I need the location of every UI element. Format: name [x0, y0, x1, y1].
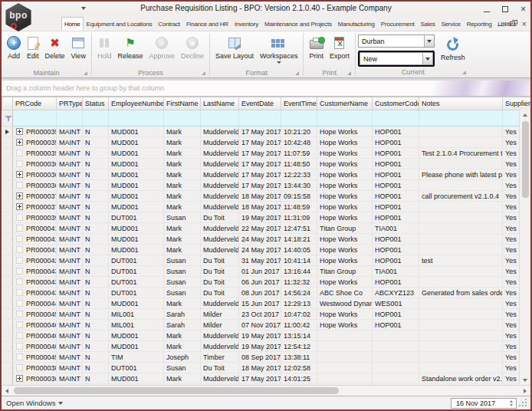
cell-time[interactable]: 13:38:11	[281, 352, 317, 363]
cell-customer[interactable]: Westwood Dynamic	[317, 298, 373, 309]
expand-icon[interactable]	[16, 257, 23, 264]
cell-date[interactable]: 17 May 2017	[239, 169, 281, 180]
cell-notes[interactable]	[419, 341, 503, 352]
cell-prcode[interactable]: PR0000434	[13, 277, 57, 288]
cell-last[interactable]: Du Toit	[201, 277, 239, 288]
cell-date[interactable]: 19 May 2017	[239, 341, 281, 352]
cell-emp[interactable]: MUD001	[109, 191, 164, 202]
cell-prcode[interactable]: PR0000450	[13, 352, 57, 363]
chevron-down-icon[interactable]	[422, 53, 432, 64]
cell-status[interactable]: N	[83, 309, 109, 320]
date-field[interactable]: 16 Nov 2017	[451, 398, 517, 409]
cell-first[interactable]: Susan	[164, 363, 201, 373]
cell-first[interactable]: Susan	[164, 212, 201, 223]
table-row[interactable]: PR0000430MAINTNDUT001SusanDu Toit01 Jun …	[2, 266, 531, 277]
cell-time[interactable]: 13:44:30	[281, 180, 317, 191]
cell-code[interactable]: HOP001	[373, 320, 419, 330]
cell-prcode[interactable]: PR0000439	[13, 288, 57, 298]
cell-customer[interactable]: Hope Works	[317, 169, 373, 180]
cell-code[interactable]: HOP001	[373, 137, 419, 148]
cell-prtype[interactable]: MAINT	[57, 288, 83, 298]
cell-first[interactable]: Susan	[164, 288, 201, 298]
vertical-scroll-thumb[interactable]	[522, 121, 529, 198]
expand-icon[interactable]	[16, 203, 23, 210]
cell-last[interactable]: Mudderveld	[201, 137, 239, 148]
table-row[interactable]: PR0000364MAINTNMUD001MarkMudderveld17 Ma…	[2, 373, 531, 384]
cell-time[interactable]: 14:01:25	[281, 373, 317, 384]
cell-first[interactable]: Mark	[164, 234, 201, 245]
cell-date[interactable]: 24 May 2017	[239, 234, 281, 245]
cell-prcode[interactable]: PR0000374	[13, 191, 57, 202]
cell-notes[interactable]	[419, 298, 503, 309]
cell-status[interactable]: N	[83, 330, 109, 341]
cell-emp[interactable]: DUT001	[109, 212, 164, 223]
cell-emp[interactable]: MUD001	[109, 245, 164, 255]
cell-time[interactable]: 10:47:02	[281, 309, 317, 320]
cell-status[interactable]: N	[83, 298, 109, 309]
expand-icon[interactable]	[16, 192, 23, 199]
expand-icon[interactable]	[16, 364, 23, 371]
cell-code[interactable]: HOP001	[373, 202, 419, 212]
cell-time[interactable]: 14:40:05	[281, 245, 317, 255]
cell-prcode[interactable]: PR0000357	[13, 137, 57, 148]
expand-icon[interactable]	[16, 311, 23, 317]
cell-notes[interactable]	[419, 159, 503, 169]
cell-status[interactable]: N	[83, 202, 109, 212]
tab-home[interactable]: Home	[61, 17, 84, 31]
cell-time[interactable]: 10:41:14	[281, 255, 317, 266]
cell-customer[interactable]: ABC Shoe Co	[317, 288, 373, 298]
cell-first[interactable]: Mark	[164, 245, 201, 255]
cell-last[interactable]: Mudderveld	[201, 234, 239, 245]
cell-last[interactable]: Mudderveld	[201, 373, 239, 384]
cell-code[interactable]	[373, 373, 419, 384]
cell-last[interactable]: Du Toit	[201, 266, 239, 277]
cell-date[interactable]: 19 May 2017	[239, 330, 281, 341]
child-close-button[interactable]	[522, 20, 527, 28]
table-row[interactable]: PR0000363MAINTNMUD001MarkMudderveld17 Ma…	[2, 180, 531, 191]
cell-status[interactable]: N	[83, 255, 109, 266]
cell-customer[interactable]: Hope Works	[317, 277, 373, 288]
column-header-date[interactable]: EventDate	[239, 97, 281, 110]
tab-procurement[interactable]: Procurement	[378, 17, 418, 31]
cell-notes[interactable]: Please phone with latest pri...	[419, 169, 503, 180]
expand-icon[interactable]	[16, 246, 23, 253]
cell-last[interactable]: Mudderveld	[201, 223, 239, 234]
cell-time[interactable]: 12:02:58	[281, 363, 317, 373]
cell-date[interactable]: 01 Jun 2017	[239, 266, 281, 277]
close-button[interactable]	[521, 5, 526, 14]
cell-date[interactable]: 08 Jun 2017	[239, 288, 281, 298]
cell-emp[interactable]: MUD001	[109, 202, 164, 212]
cell-prcode[interactable]: PR0000356	[13, 127, 57, 137]
open-windows-button[interactable]: Open Windows	[6, 399, 63, 407]
table-row[interactable]: PR0000428MAINTNDUT001SusanDu Toit31 May …	[2, 255, 531, 266]
cell-customer[interactable]: Hope Works	[317, 245, 373, 255]
expand-icon[interactable]	[16, 300, 23, 307]
scroll-right-icon[interactable]	[520, 386, 530, 396]
table-row[interactable]: PR0000418MAINTNMUD001MarkMudderveld24 Ma…	[2, 245, 531, 255]
tab-service[interactable]: Service	[438, 17, 463, 31]
vertical-scrollbar[interactable]	[519, 110, 530, 385]
resize-grip[interactable]	[520, 399, 527, 407]
table-row[interactable]: PR0000410MAINTNMUD001MarkMudderveld22 Ma…	[2, 223, 531, 234]
cell-code[interactable]: HOP001	[373, 234, 419, 245]
cell-notes[interactable]	[419, 223, 503, 234]
cell-status[interactable]: N	[83, 234, 109, 245]
cell-prcode[interactable]: PR0000459	[13, 309, 57, 320]
cell-last[interactable]: Milder	[201, 320, 239, 330]
cell-code[interactable]: HOP001	[373, 245, 419, 255]
cell-date[interactable]: 07 Nov 2017	[239, 320, 281, 330]
cell-last[interactable]: Du Toit	[201, 288, 239, 298]
expand-icon[interactable]	[16, 353, 23, 360]
column-header-last[interactable]: LastName	[201, 97, 239, 110]
cell-code[interactable]: HOP001	[373, 127, 419, 137]
cell-prtype[interactable]: MAINT	[57, 298, 83, 309]
edit-button[interactable]: Edit	[24, 33, 42, 61]
cell-date[interactable]: 17 May 2017	[239, 373, 281, 384]
column-header-customer[interactable]: CustomerName	[317, 97, 373, 110]
expand-icon[interactable]	[16, 171, 23, 178]
cell-code[interactable]: HOP001	[373, 180, 419, 191]
cell-prcode[interactable]: PR0000363	[13, 180, 57, 191]
cell-last[interactable]: Mudderveld	[201, 298, 239, 309]
cell-prtype[interactable]: MAINT	[57, 234, 83, 245]
child-restore-button[interactable]	[510, 21, 515, 26]
